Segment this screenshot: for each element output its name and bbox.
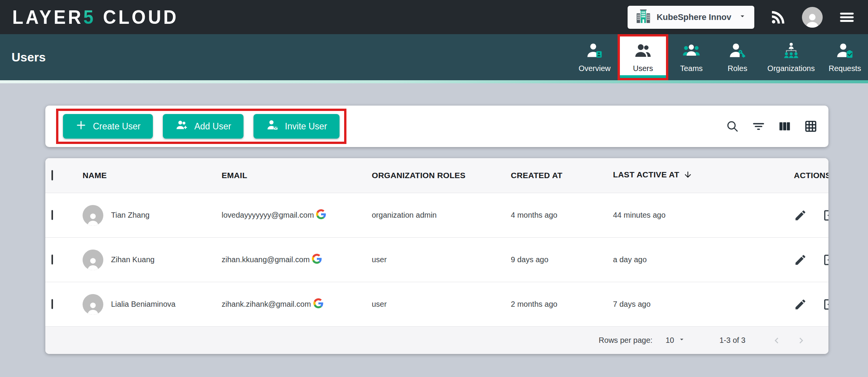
- created-at: 2 months ago: [511, 300, 613, 309]
- main-content: Create User Add User: [0, 83, 868, 354]
- org-hierarchy-icon: [782, 42, 800, 61]
- edit-user-button[interactable]: [794, 253, 807, 266]
- edit-user-button[interactable]: [794, 298, 807, 311]
- user-email: lovedayyyyyyy@gmail.com: [222, 211, 314, 220]
- sort-arrow-down-icon: [683, 170, 692, 181]
- logo-word-layer: LAYER: [12, 7, 83, 28]
- user-name: Tian Zhang: [111, 211, 149, 220]
- user-avatar-button[interactable]: [802, 7, 823, 28]
- invite-user-label: Invite User: [285, 121, 327, 132]
- tab-label: Overview: [578, 64, 610, 73]
- user-name: Zihan Kuang: [111, 255, 154, 264]
- group-add-icon: [175, 119, 188, 134]
- create-user-button[interactable]: Create User: [63, 114, 153, 139]
- avatar: [83, 294, 103, 315]
- chevron-down-icon: [738, 12, 747, 23]
- row-checkbox[interactable]: [51, 210, 53, 220]
- person-key-icon: [729, 42, 746, 61]
- create-user-label: Create User: [93, 121, 141, 132]
- last-active-at: 7 days ago: [613, 300, 751, 309]
- add-user-button[interactable]: Add User: [163, 114, 244, 139]
- nav-gradient-divider: [0, 80, 868, 83]
- column-header-created-at[interactable]: CREATED AT: [511, 171, 613, 180]
- google-icon: [316, 209, 326, 221]
- table-row: Tian Zhang lovedayyyyyyy@gmail.com organ…: [45, 193, 828, 237]
- last-active-at: a day ago: [613, 255, 751, 264]
- organization-selector-label: KubeSphere Innov: [657, 12, 731, 22]
- add-user-label: Add User: [194, 121, 231, 132]
- layer5-cloud-logo: LAYER5 CLOUD: [12, 6, 179, 28]
- user-buttons-annotation-box: Create User Add User: [56, 109, 346, 144]
- previous-page-button[interactable]: [771, 335, 782, 346]
- created-at: 4 months ago: [511, 211, 613, 220]
- tab-label: Teams: [680, 64, 703, 73]
- invite-user-button[interactable]: Invite User: [253, 114, 340, 139]
- logo-digit-5: 5: [83, 7, 96, 28]
- pagination-range-label: 1-3 of 3: [719, 336, 745, 345]
- tab-teams[interactable]: Teams: [668, 34, 714, 80]
- logout-user-button[interactable]: [823, 208, 828, 222]
- users-table: NAME EMAIL ORGANIZATION ROLES CREATED AT…: [45, 158, 828, 354]
- tab-roles[interactable]: Roles: [714, 34, 760, 80]
- person-badge-icon: [586, 42, 603, 61]
- edit-user-button[interactable]: [794, 209, 807, 222]
- tab-label: Requests: [829, 64, 861, 73]
- created-at: 9 days ago: [511, 255, 613, 264]
- grid-view-button[interactable]: [804, 119, 818, 133]
- logout-user-button[interactable]: [823, 253, 828, 267]
- person-clipboard-check-icon: [836, 42, 854, 61]
- logo-word-cloud: CLOUD: [103, 7, 179, 28]
- avatar: [83, 250, 103, 270]
- tab-overview[interactable]: Overview: [571, 34, 618, 80]
- user-role: user: [372, 300, 511, 309]
- tab-label: Roles: [728, 64, 747, 73]
- section-nav-bar: Users Overview Users: [0, 34, 868, 80]
- chevron-down-icon: [678, 336, 686, 345]
- rows-per-page-select[interactable]: 10: [666, 336, 686, 345]
- table-header-row: NAME EMAIL ORGANIZATION ROLES CREATED AT…: [45, 158, 828, 193]
- google-icon: [313, 298, 323, 310]
- organization-building-icon: [635, 8, 651, 26]
- user-role: organization admin: [372, 211, 511, 220]
- user-email: zihank.zihank@gmail.com: [222, 300, 311, 309]
- tab-label: Users: [633, 64, 653, 73]
- avatar: [83, 205, 103, 226]
- page-title: Users: [12, 50, 46, 64]
- table-pagination-footer: Rows per page: 10 1-3 of 3: [45, 326, 828, 354]
- search-button[interactable]: [726, 119, 739, 133]
- row-checkbox[interactable]: [51, 299, 53, 309]
- people-icon: [634, 42, 652, 61]
- tab-label: Organizations: [767, 64, 815, 73]
- user-role: user: [372, 255, 511, 264]
- table-row: Zihan Kuang zihan.kkuang@gmail.com user …: [45, 237, 828, 282]
- logout-user-button[interactable]: [823, 298, 828, 311]
- column-header-name[interactable]: NAME: [83, 171, 222, 180]
- column-header-actions: ACTIONS: [751, 171, 828, 180]
- tab-requests[interactable]: Requests: [822, 34, 868, 80]
- column-header-email[interactable]: EMAIL: [222, 171, 372, 180]
- filter-button[interactable]: [752, 119, 765, 133]
- top-app-bar: LAYER5 CLOUD: [0, 0, 868, 34]
- google-icon: [312, 254, 322, 266]
- hamburger-menu-button[interactable]: [838, 8, 856, 26]
- plus-icon: [75, 119, 87, 133]
- next-page-button[interactable]: [795, 335, 807, 346]
- avatar: [802, 7, 823, 28]
- tab-organizations[interactable]: Organizations: [760, 34, 822, 80]
- users-toolbar-card: Create User Add User: [45, 106, 828, 147]
- user-email: zihan.kkuang@gmail.com: [222, 255, 310, 264]
- person-envelope-icon: [266, 119, 279, 134]
- notifications-rss-button[interactable]: [770, 9, 787, 26]
- team-group-icon: [682, 42, 700, 61]
- row-checkbox[interactable]: [51, 255, 53, 265]
- column-header-last-active-at[interactable]: LAST ACTIVE AT: [613, 170, 751, 181]
- user-name: Lialia Beniaminova: [111, 300, 176, 309]
- last-active-at: 44 minutes ago: [613, 211, 751, 220]
- organization-selector[interactable]: KubeSphere Innov: [628, 6, 754, 29]
- view-columns-button[interactable]: [778, 119, 792, 133]
- column-header-organization-roles[interactable]: ORGANIZATION ROLES: [372, 171, 511, 180]
- tab-users-active-annotated[interactable]: Users: [618, 34, 668, 80]
- select-all-checkbox[interactable]: [51, 170, 53, 180]
- rows-per-page-label: Rows per page:: [599, 336, 653, 345]
- table-row: Lialia Beniaminova zihank.zihank@gmail.c…: [45, 282, 828, 326]
